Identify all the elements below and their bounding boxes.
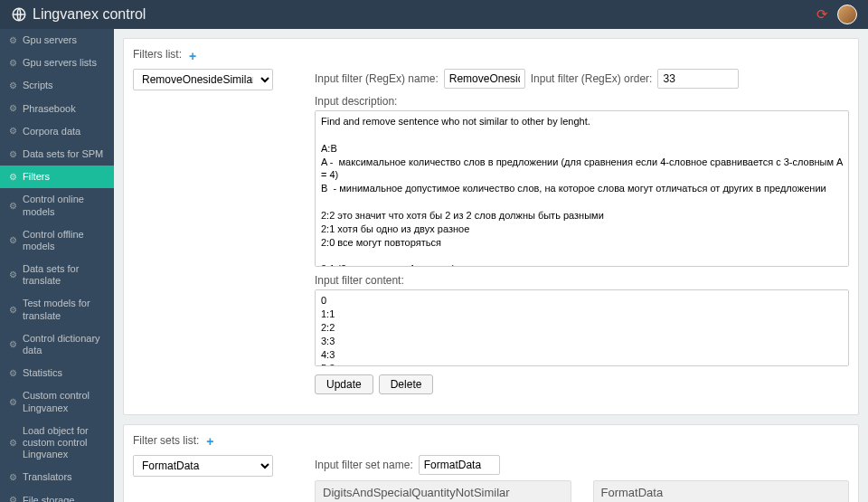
sets-select[interactable]: FormatData	[133, 455, 273, 477]
sidebar-item-0[interactable]: ⚙Gpu servers	[0, 29, 114, 52]
list-item[interactable]: DigitsAndSpecialQuantityNotSimilar	[315, 480, 571, 503]
add-set-icon[interactable]: +	[206, 434, 213, 449]
gear-icon: ⚙	[9, 472, 17, 483]
sidebar-item-3[interactable]: ⚙Phrasebook	[0, 98, 114, 120]
sidebar-item-label: Data sets for SPM	[23, 148, 105, 160]
sidebar-item-6[interactable]: ⚙Filters	[0, 166, 114, 188]
sidebar-item-2[interactable]: ⚙Scripts	[0, 74, 114, 97]
sidebar-item-5[interactable]: ⚙Data sets for SPM	[0, 143, 114, 166]
sidebar-item-label: Scripts	[23, 80, 105, 91]
filter-order-input[interactable]	[657, 69, 739, 89]
sidebar: ⚙Gpu servers⚙Gpu servers lists⚙Scripts⚙P…	[0, 29, 114, 502]
filter-content-label: Input filter content:	[315, 274, 404, 287]
main-content: Filters list: + RemoveOnesideSimilarSent…	[114, 29, 868, 502]
gear-icon: ⚙	[9, 201, 17, 212]
sidebar-item-label: Filters	[23, 171, 105, 183]
gear-icon: ⚙	[9, 305, 17, 316]
filter-update-button[interactable]: Update	[315, 374, 373, 394]
sidebar-item-label: Gpu servers	[23, 34, 105, 46]
filter-name-input[interactable]	[444, 69, 525, 89]
filter-delete-button[interactable]: Delete	[379, 374, 434, 394]
sidebar-item-11[interactable]: ⚙Control dictionary data	[0, 327, 114, 362]
brand-icon	[11, 6, 27, 23]
sidebar-item-label: Statistics	[23, 367, 105, 379]
sidebar-item-label: Gpu servers lists	[23, 57, 105, 69]
sidebar-item-label: Data sets for translate	[23, 263, 105, 287]
filters-panel: Filters list: + RemoveOnesideSimilarSent…	[123, 38, 859, 415]
sidebar-item-label: Load object for custom control Lingvanex	[23, 425, 105, 461]
filters-select[interactable]: RemoveOnesideSimilarSentenceByQuantity	[133, 69, 273, 90]
gear-icon: ⚙	[9, 149, 17, 160]
gear-icon: ⚙	[9, 81, 17, 91]
sidebar-item-12[interactable]: ⚙Statistics	[0, 362, 114, 384]
gear-icon: ⚙	[9, 397, 17, 408]
left-filter-list: DigitsAndSpecialQuantityNotSimilarDigits…	[315, 480, 571, 503]
gear-icon: ⚙	[9, 438, 17, 449]
brand: Lingvanex control	[11, 6, 146, 23]
app-header: Lingvanex control ⟳	[0, 0, 868, 29]
sidebar-item-16[interactable]: ⚙File storage	[0, 489, 114, 503]
sidebar-item-13[interactable]: ⚙Custom control Lingvanex	[0, 384, 114, 419]
filter-desc-label: Input description:	[315, 95, 397, 108]
sidebar-item-4[interactable]: ⚙Corpora data	[0, 120, 114, 143]
add-filter-icon[interactable]: +	[189, 49, 196, 63]
sidebar-item-9[interactable]: ⚙Data sets for translate	[0, 258, 114, 292]
filter-content-textarea[interactable]	[315, 289, 849, 365]
filter-sets-panel: Filter sets list: + FormatData Input fil…	[123, 424, 859, 503]
gear-icon: ⚙	[9, 495, 17, 502]
set-name-input[interactable]	[419, 455, 500, 475]
sidebar-item-label: File storage	[23, 495, 105, 503]
sidebar-item-label: Corpora data	[23, 126, 105, 137]
sidebar-item-10[interactable]: ⚙Test models for translate	[0, 292, 114, 327]
sidebar-item-label: Translators	[23, 471, 105, 483]
filter-order-label: Input filter (RegEx) order:	[531, 72, 653, 85]
filter-name-label: Input filter (RegEx) name:	[315, 72, 439, 85]
gear-icon: ⚙	[9, 235, 17, 246]
gear-icon: ⚙	[9, 339, 17, 350]
sidebar-item-label: Control dictionary data	[23, 333, 105, 356]
sets-list-label: Filter sets list:	[133, 434, 199, 447]
list-item[interactable]: FormatData	[593, 480, 850, 503]
sidebar-item-1[interactable]: ⚙Gpu servers lists	[0, 52, 114, 74]
set-name-label: Input filter set name:	[315, 459, 413, 471]
filters-list-label: Filters list:	[133, 48, 182, 61]
avatar[interactable]	[837, 5, 857, 24]
gear-icon: ⚙	[9, 35, 17, 46]
brand-title: Lingvanex control	[33, 6, 146, 23]
sidebar-item-7[interactable]: ⚙Control online models	[0, 188, 114, 223]
gear-icon: ⚙	[9, 172, 17, 183]
sidebar-item-label: Control offline models	[23, 229, 105, 252]
filter-desc-textarea[interactable]	[315, 110, 849, 267]
gear-icon: ⚙	[9, 58, 17, 69]
right-filter-list: FormatDataPlaceholderNerPlaceholderDigit…	[593, 480, 850, 503]
gear-icon: ⚙	[9, 270, 17, 280]
sidebar-item-label: Phrasebook	[23, 103, 105, 115]
reload-icon[interactable]: ⟳	[816, 6, 828, 23]
sidebar-item-label: Control online models	[23, 194, 105, 217]
sidebar-item-8[interactable]: ⚙Control offline models	[0, 223, 114, 258]
sidebar-item-14[interactable]: ⚙Load object for custom control Lingvane…	[0, 420, 114, 467]
sidebar-item-label: Custom control Lingvanex	[23, 390, 105, 413]
sidebar-item-15[interactable]: ⚙Translators	[0, 466, 114, 488]
gear-icon: ⚙	[9, 126, 17, 137]
gear-icon: ⚙	[9, 368, 17, 379]
sidebar-item-label: Test models for translate	[23, 298, 105, 321]
gear-icon: ⚙	[9, 103, 17, 114]
